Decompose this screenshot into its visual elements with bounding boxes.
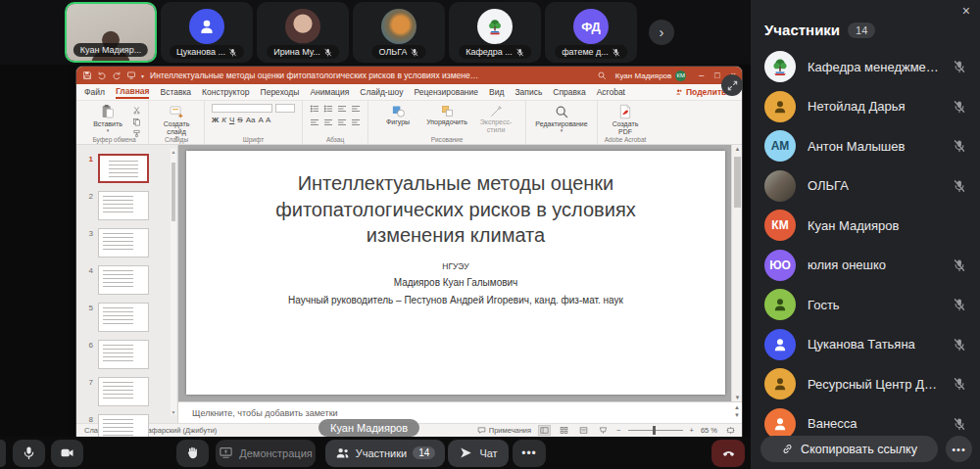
notes-pane[interactable]: Щелкните, чтобы добавить заметки ▲▼	[178, 401, 742, 423]
participant-row[interactable]: Нетойлад Дарья	[751, 87, 980, 127]
tab-home[interactable]: Главная	[116, 86, 150, 99]
font-size-box[interactable]	[275, 104, 295, 113]
thumb[interactable]	[98, 303, 149, 332]
panel-more-button[interactable]: •••	[946, 436, 972, 462]
numbering-icon[interactable]	[323, 104, 333, 114]
editing-button[interactable]: Редактирование ▾	[533, 104, 590, 133]
thumbnail-7[interactable]: 7	[76, 377, 177, 406]
scroll-thumb[interactable]	[172, 163, 175, 221]
ppt-titlebar[interactable]: ▾ Интеллектуальные методы оценки фитопат…	[76, 67, 742, 84]
close-panel-button[interactable]: ×	[962, 3, 970, 19]
mic-muted-icon[interactable]	[953, 60, 966, 73]
video-tile-irina[interactable]: Ирина Му...	[257, 2, 349, 63]
thumb[interactable]	[98, 377, 149, 406]
mic-muted-icon[interactable]	[953, 139, 966, 153]
font-name-box[interactable]	[212, 104, 272, 113]
search-icon[interactable]	[597, 70, 607, 80]
maximize-button[interactable]: □	[714, 70, 719, 80]
camera-button[interactable]	[51, 440, 83, 467]
strikethrough-button[interactable]: S	[237, 117, 242, 124]
video-tile-olga[interactable]: ОЛЬГА	[353, 2, 445, 63]
slide-canvas[interactable]: Интеллектуальные методы оценки фитопатол…	[186, 151, 725, 395]
leave-call-button[interactable]	[711, 440, 745, 467]
redo-icon[interactable]	[112, 70, 122, 80]
quick-styles-button[interactable]: Экспресс-стили	[473, 104, 518, 133]
notes-placeholder[interactable]: Щелкните, чтобы добавить заметки	[192, 408, 338, 418]
participant-row[interactable]: КМ Куан Мадияров	[751, 206, 980, 246]
slide-thumbnails-panel[interactable]: 1 2 3 4 5	[76, 145, 178, 423]
save-icon[interactable]	[82, 70, 92, 80]
video-tile-tsukanova[interactable]: Цуканова ...	[161, 2, 253, 63]
zoom-in-button[interactable]: +	[690, 426, 694, 435]
tab-animations[interactable]: Анимация	[310, 87, 349, 97]
video-tile-fateme[interactable]: ФД фатеме д...	[545, 2, 637, 63]
thumb[interactable]	[98, 265, 149, 295]
tab-acrobat[interactable]: Acrobat	[597, 87, 625, 97]
mic-muted-icon[interactable]	[953, 100, 966, 114]
thumbnail-1[interactable]: 1	[76, 154, 177, 183]
tab-review[interactable]: Рецензирование	[414, 87, 478, 97]
view-reading-button[interactable]	[577, 425, 590, 436]
view-normal-button[interactable]	[538, 425, 551, 436]
participant-row[interactable]: Ресурсный Центр Доброво...	[751, 364, 980, 404]
tab-transitions[interactable]: Переходы	[261, 87, 300, 97]
zoom-slider[interactable]	[628, 426, 683, 435]
slide-supervisor[interactable]: Научный руководитель – Пестунов Андрей И…	[288, 294, 623, 306]
scroll-down-arrow[interactable]: ▼	[171, 409, 176, 415]
copy-icon[interactable]	[132, 117, 141, 126]
thumb[interactable]	[98, 191, 149, 220]
tab-help[interactable]: Справка	[553, 87, 585, 97]
slide-organization[interactable]: НГУЭУ	[442, 261, 468, 271]
tab-insert[interactable]: Вставка	[160, 87, 191, 97]
participant-row[interactable]: Цуканова Татьяна	[751, 325, 980, 365]
zoom-level[interactable]: 65 %	[701, 426, 717, 435]
slide-title[interactable]: Интеллектуальные методы оценки фитопатол…	[275, 170, 636, 249]
italic-button[interactable]: К	[221, 117, 226, 124]
thumbnail-4[interactable]: 4	[76, 265, 177, 295]
video-tile-kuan[interactable]: Куан Мадияр...	[65, 2, 157, 63]
mic-muted-icon[interactable]	[953, 179, 966, 193]
mic-muted-icon[interactable]	[953, 377, 966, 391]
slide-scrollbar[interactable]: ▲ ▼	[731, 145, 742, 401]
font-size-buttons[interactable]: А А	[259, 117, 271, 124]
participants-button[interactable]: Участники 14	[325, 440, 445, 467]
thumb[interactable]	[98, 228, 149, 258]
align-right-icon[interactable]	[337, 117, 347, 127]
align-center-icon[interactable]	[323, 117, 333, 127]
bullets-icon[interactable]	[310, 104, 319, 114]
scroll-thumb[interactable]	[734, 157, 741, 208]
tab-record[interactable]: Запись	[514, 87, 542, 97]
cut-icon[interactable]	[132, 106, 141, 115]
expand-fullscreen-button[interactable]	[721, 74, 743, 96]
notes-toggle[interactable]: Примечания	[477, 426, 531, 435]
mic-muted-icon[interactable]	[953, 417, 966, 431]
slide-author[interactable]: Мадияров Куан Галымович	[394, 277, 518, 288]
tab-file[interactable]: Файл	[84, 87, 105, 97]
paste-button[interactable]: Вставить ▾	[87, 104, 128, 133]
align-left-icon[interactable]	[310, 117, 319, 127]
scroll-up-arrow[interactable]: ▲	[732, 146, 743, 152]
minimize-button[interactable]: –	[699, 70, 704, 80]
raise-hand-button[interactable]	[176, 440, 209, 467]
line-spacing-icon[interactable]	[351, 104, 361, 114]
thumbnail-2[interactable]: 2	[76, 191, 177, 220]
start-slideshow-icon[interactable]	[126, 70, 136, 80]
change-case-button[interactable]: Аа	[246, 117, 256, 124]
thumbnail-3[interactable]: 3	[76, 228, 177, 258]
thumb[interactable]	[98, 340, 149, 369]
fit-to-window-button[interactable]	[724, 425, 737, 436]
undo-icon[interactable]	[97, 70, 107, 80]
tab-slideshow[interactable]: Слайд-шоу	[360, 87, 403, 97]
screen-share-button[interactable]: Демонстрация	[216, 440, 316, 467]
participant-row[interactable]: Гость	[751, 285, 980, 325]
scroll-up-arrow[interactable]: ▲	[171, 149, 176, 155]
participant-row[interactable]: Кафедра менеджмента и го...	[751, 47, 980, 87]
copy-link-button[interactable]: Скопировать ссылку	[760, 436, 938, 462]
bold-button[interactable]: Ж	[212, 117, 219, 124]
participant-row[interactable]: АМ Антон Малышев	[751, 126, 980, 166]
mic-muted-icon[interactable]	[953, 338, 966, 352]
arrange-button[interactable]: Упорядочить	[424, 104, 469, 126]
account-chip[interactable]: Куан Мадияров КМ	[615, 70, 686, 81]
thumbnails-scrollbar[interactable]: ▲ ▼	[171, 149, 176, 415]
mic-muted-icon[interactable]	[953, 258, 966, 272]
